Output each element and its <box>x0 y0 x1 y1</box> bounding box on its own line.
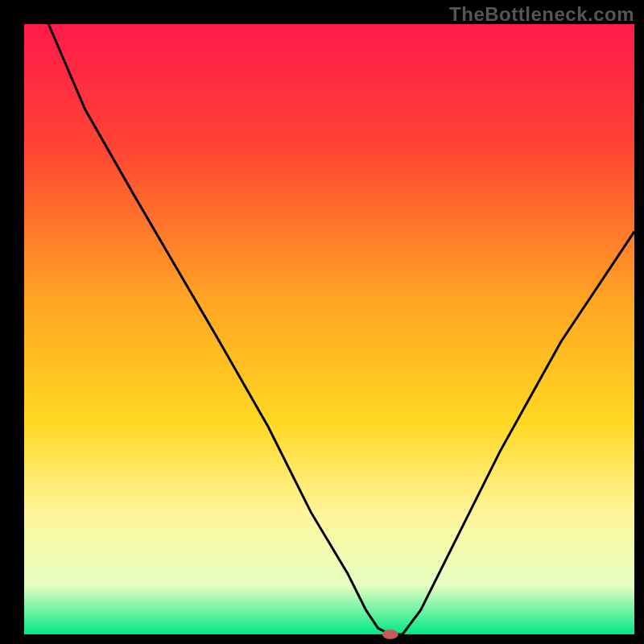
chart-frame: TheBottleneck.com <box>0 0 644 644</box>
bottleneck-chart <box>0 0 644 644</box>
optimum-marker <box>382 630 398 639</box>
